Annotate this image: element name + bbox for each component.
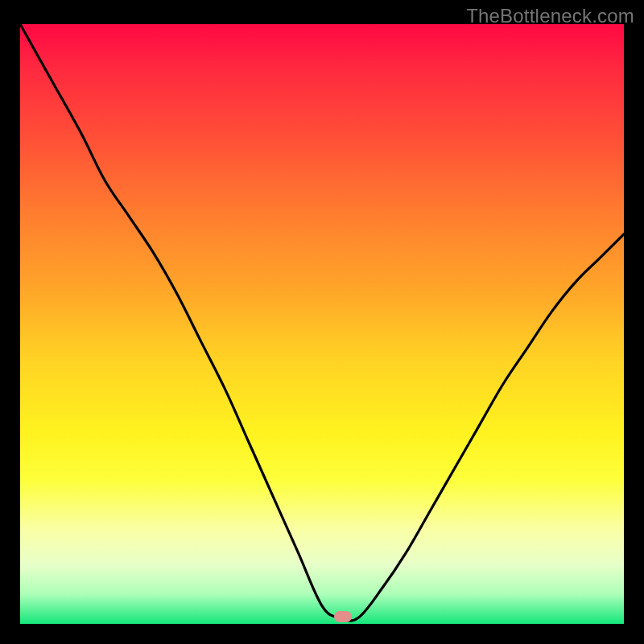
plot-area (20, 24, 624, 624)
watermark-text: TheBottleneck.com (466, 5, 634, 27)
bottleneck-curve (20, 24, 624, 621)
optimal-point-marker (334, 611, 352, 622)
curve-svg (20, 24, 624, 624)
chart-frame: TheBottleneck.com (0, 0, 644, 644)
